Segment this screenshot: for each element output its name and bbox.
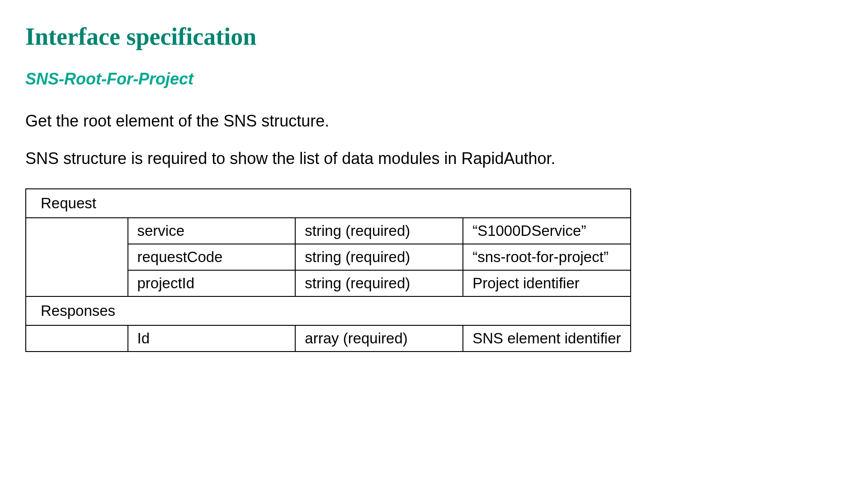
request-header-row: Request (26, 189, 631, 218)
blank-cell (26, 270, 128, 296)
responses-header-row: Responses (26, 296, 631, 325)
description-line-2: SNS structure is required to show the li… (25, 148, 843, 170)
param-desc: SNS element identifier (463, 325, 631, 352)
param-type: array (required) (295, 325, 463, 352)
param-type: string (required) (295, 218, 463, 244)
request-label: Request (26, 189, 631, 218)
table-row: requestCode string (required) “sns-root-… (26, 244, 631, 270)
param-desc: “sns-root-for-project” (463, 244, 631, 270)
description-line-1: Get the root element of the SNS structur… (25, 110, 843, 132)
param-type: string (required) (295, 270, 463, 296)
spec-table: Request service string (required) “S1000… (25, 188, 631, 352)
interface-name: SNS-Root-For-Project (25, 70, 843, 89)
page-title: Interface specification (25, 23, 843, 51)
table-row: service string (required) “S1000DService… (26, 218, 631, 244)
param-name: service (128, 218, 296, 244)
param-type: string (required) (295, 244, 463, 270)
param-desc: “S1000DService” (463, 218, 631, 244)
responses-label: Responses (26, 296, 631, 325)
param-name: projectId (128, 270, 296, 296)
blank-cell (26, 325, 128, 352)
blank-cell (26, 244, 128, 270)
table-row: Id array (required) SNS element identifi… (26, 325, 631, 352)
table-row: projectId string (required) Project iden… (26, 270, 631, 296)
param-desc: Project identifier (463, 270, 631, 296)
blank-cell (26, 218, 128, 244)
param-name: requestCode (128, 244, 296, 270)
param-name: Id (128, 325, 296, 352)
